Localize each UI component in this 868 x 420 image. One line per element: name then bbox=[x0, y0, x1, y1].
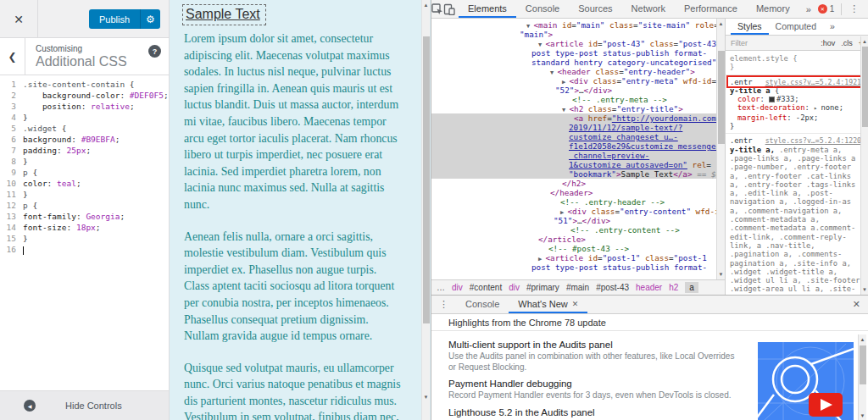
devtools-tab-elements[interactable]: Elements bbox=[459, 0, 516, 18]
hide-controls-button[interactable]: ◀ bbox=[24, 400, 36, 412]
back-button[interactable]: ❮ bbox=[0, 38, 25, 75]
dom-tree-line[interactable]: standard hentry category-uncategorised"> bbox=[431, 58, 716, 67]
toggle-classes[interactable]: .cls bbox=[841, 39, 853, 47]
code-line[interactable]: 16 bbox=[0, 244, 169, 255]
devtools-tab-network[interactable]: Network bbox=[622, 0, 675, 18]
style-property[interactable]: color: #333; bbox=[730, 95, 861, 103]
dom-tree-line[interactable]: </article> bbox=[431, 235, 716, 244]
scroll-down-icon[interactable]: ▼ bbox=[717, 269, 725, 279]
scroll-up-icon[interactable]: ▲ bbox=[859, 334, 866, 344]
dom-tree-line[interactable]: ▼ <main id="main" class="site-main" role… bbox=[431, 20, 716, 30]
code-line[interactable]: 8} bbox=[0, 156, 169, 167]
styles-filter-input[interactable]: Filter bbox=[731, 39, 815, 47]
code-line[interactable]: 2 background-color: #DEF0F5; bbox=[0, 90, 169, 101]
toggle-hover-state[interactable]: :hov bbox=[821, 39, 835, 47]
whats-new-item-title[interactable]: Payment Handler debugging bbox=[448, 379, 752, 389]
hide-controls-label[interactable]: Hide Controls bbox=[65, 401, 122, 411]
drawer-menu-button[interactable]: ⋮ bbox=[431, 299, 456, 310]
dom-tree-line[interactable]: <!-- .entry-content --> bbox=[431, 225, 716, 235]
dom-tree-line[interactable]: f1e1d2058e29&customize_messenger bbox=[431, 141, 716, 151]
code-line[interactable]: 6background: #B9EBFA; bbox=[0, 134, 169, 145]
elements-scrollbar[interactable]: ▲ ▼ bbox=[716, 19, 725, 279]
scroll-up-icon[interactable]: ▲ bbox=[861, 36, 868, 46]
code-line[interactable]: 10color: teal; bbox=[0, 178, 169, 189]
error-badge-icon[interactable]: ✕ bbox=[818, 4, 827, 14]
breadcrumb-item[interactable]: div bbox=[452, 283, 463, 292]
styles-scrollbar-thumb[interactable] bbox=[862, 47, 868, 127]
code-line[interactable]: 9p { bbox=[0, 167, 169, 178]
code-line[interactable]: 4} bbox=[0, 112, 169, 123]
entry-title-link[interactable]: Sample Text bbox=[186, 7, 260, 21]
tab-console[interactable]: Console bbox=[456, 296, 509, 313]
scroll-up-icon[interactable]: ▲ bbox=[717, 19, 725, 28]
breadcrumb-item[interactable]: a bbox=[685, 282, 698, 293]
breadcrumb-item[interactable]: … bbox=[437, 283, 445, 292]
dom-tree-line[interactable]: ▼ <header class="entry-header"> bbox=[431, 67, 716, 76]
drawer-close-button[interactable]: ✕ bbox=[845, 299, 868, 310]
publish-button[interactable]: Publish bbox=[89, 9, 140, 29]
dom-tree-line[interactable]: …<a href="http://yourdomain.com/ bbox=[431, 113, 716, 123]
code-line[interactable]: 5.widget { bbox=[0, 123, 169, 134]
code-line[interactable]: 3 position: relative; bbox=[0, 101, 169, 112]
dom-tree-line[interactable]: </header> bbox=[431, 188, 716, 197]
whats-new-item-title[interactable]: Lighthouse 5.2 in the Audits panel bbox=[448, 407, 752, 417]
dom-tree-line[interactable]: "main"> bbox=[431, 30, 716, 39]
dom-tree-line[interactable]: "51">…</div> bbox=[431, 216, 716, 225]
rule-source-link[interactable]: style.css?v…=5.2.4:1921 bbox=[765, 78, 861, 86]
dom-tree-line[interactable]: post type-post status-publish format- bbox=[431, 262, 716, 272]
devtools-menu-button[interactable]: ⋮ bbox=[843, 3, 865, 14]
whats-new-scrollbar[interactable]: ▲ ▼ bbox=[858, 334, 866, 420]
breadcrumb-item[interactable]: #post-43 bbox=[596, 283, 629, 292]
whats-new-item-title[interactable]: Multi-client support in the Audits panel bbox=[448, 340, 752, 350]
dom-tree-line[interactable]: ▼ <article id="post-43" class="post-43 bbox=[431, 39, 716, 48]
dom-tree-line[interactable]: ▶ <div class="entry-meta" wfd-id= bbox=[431, 76, 716, 86]
code-line[interactable]: 1.site-content-contain { bbox=[0, 79, 169, 90]
whats-new-video-thumbnail[interactable] bbox=[758, 342, 854, 420]
css-code-editor[interactable]: 1.site-content-contain {2 background-col… bbox=[0, 75, 169, 390]
scroll-down-icon[interactable]: ▼ bbox=[861, 285, 868, 294]
dom-tree-line[interactable]: <!-- .entry-header --> bbox=[431, 197, 716, 207]
breadcrumb-item[interactable]: #main bbox=[566, 283, 589, 292]
tab-computed[interactable]: Computed bbox=[769, 19, 823, 35]
whats-new-scrollbar-thumb[interactable] bbox=[860, 345, 866, 384]
styles-more-tabs-button[interactable]: » bbox=[823, 19, 842, 35]
style-property[interactable]: margin-left: -2px; bbox=[730, 113, 861, 122]
breadcrumb-item[interactable]: #content bbox=[470, 283, 502, 292]
dom-tree-line[interactable]: <!-- .entry-meta --> bbox=[431, 95, 716, 104]
scroll-up-icon[interactable]: ▲ bbox=[422, 0, 430, 9]
code-line[interactable]: 14font-size: 18px; bbox=[0, 222, 169, 233]
code-line[interactable]: 11} bbox=[0, 189, 169, 200]
styles-scrollbar[interactable]: ▲ ▼ bbox=[860, 36, 868, 295]
device-toolbar-button[interactable] bbox=[443, 0, 455, 18]
tab-whats-new[interactable]: What's New ✕ bbox=[509, 296, 587, 313]
dom-tree-line[interactable]: ▶ <div class="entry-content" wfd-id= bbox=[431, 207, 716, 216]
code-line[interactable]: 7padding: 25px; bbox=[0, 145, 169, 156]
breadcrumb-item[interactable]: div bbox=[509, 283, 520, 292]
dom-tree-line[interactable]: ▼ <h2 class="entry-title"> bbox=[431, 104, 716, 113]
preview-scrollbar[interactable]: ▲ ▼ bbox=[421, 0, 430, 420]
dom-tree-line[interactable]: </h2> bbox=[431, 179, 716, 188]
dom-tree-line[interactable]: ▶ <article id="post-1" class="post-1 bbox=[431, 253, 716, 262]
tab-styles[interactable]: Styles bbox=[731, 19, 769, 35]
preview-scrollbar-thumb[interactable] bbox=[423, 36, 430, 323]
dom-tree-line[interactable]: 2019/11/12/sample-text/? bbox=[431, 123, 716, 132]
close-tab-icon[interactable]: ✕ bbox=[572, 300, 579, 308]
help-button[interactable]: ? bbox=[148, 45, 161, 58]
devtools-tab-sources[interactable]: Sources bbox=[569, 0, 621, 18]
dom-tree-line[interactable]: _channel=preview- bbox=[431, 151, 716, 160]
dom-tree-line[interactable]: customize_changeset_u…- bbox=[431, 132, 716, 141]
publish-settings-button[interactable]: ⚙ bbox=[140, 9, 160, 29]
devtools-close-button[interactable]: ✕ bbox=[865, 3, 868, 14]
color-swatch[interactable] bbox=[769, 97, 775, 102]
close-customizer-button[interactable]: ✕ bbox=[0, 0, 38, 38]
scroll-down-icon[interactable]: ▼ bbox=[422, 392, 430, 401]
elements-scrollbar-thumb[interactable] bbox=[718, 51, 725, 144]
devtools-tab-memory[interactable]: Memory bbox=[747, 0, 799, 18]
scroll-down-icon[interactable]: ▼ bbox=[859, 411, 866, 420]
dom-tree-line[interactable]: 1&customize_autosaved=on" rel= bbox=[431, 160, 716, 169]
code-line[interactable]: 13font-family: Georgia; bbox=[0, 211, 169, 222]
element-style-open[interactable]: element.style { bbox=[730, 54, 861, 63]
dom-tree-line[interactable]: "52">…</div> bbox=[431, 86, 716, 95]
code-line[interactable]: 15} bbox=[0, 233, 169, 244]
dom-tree-line[interactable]: "bookmark">Sample Text</a> == $0 bbox=[431, 169, 716, 179]
